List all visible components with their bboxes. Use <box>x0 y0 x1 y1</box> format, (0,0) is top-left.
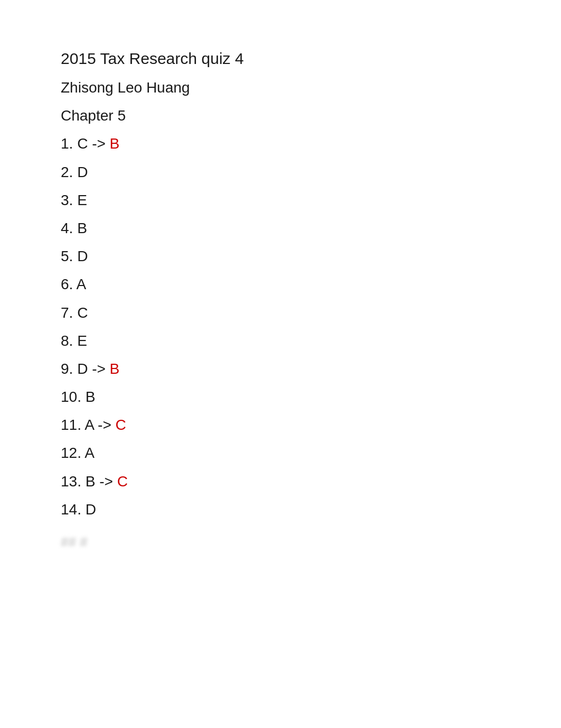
answer-12-text: 12. A <box>61 445 95 461</box>
answer-14: 14. D <box>61 499 561 520</box>
answer-6-text: 6. A <box>61 276 86 292</box>
answer-11-correction: C <box>116 417 126 433</box>
answer-13-number: 13. B -> <box>61 473 117 490</box>
document-author: Zhisong Leo Huang <box>61 77 561 98</box>
answer-1-number: 1. C -> <box>61 135 110 152</box>
answer-1-correction: B <box>110 135 120 152</box>
answer-2-text: 2. D <box>61 164 88 180</box>
answer-8-text: 8. E <box>61 333 87 349</box>
document-title: 2015 Tax Research quiz 4 <box>61 48 561 70</box>
answer-10: 10. B <box>61 386 561 407</box>
answer-11-number: 11. A -> <box>61 417 116 433</box>
answer-9-correction: B <box>110 361 120 377</box>
answer-13: 13. B -> C <box>61 471 561 492</box>
document-chapter: Chapter 5 <box>61 105 561 126</box>
answer-3: 3. E <box>61 190 561 210</box>
answer-7: 7. C <box>61 302 561 323</box>
answer-11: 11. A -> C <box>61 414 561 435</box>
answer-3-text: 3. E <box>61 192 87 208</box>
answer-6: 6. A <box>61 274 561 294</box>
answer-10-text: 10. B <box>61 389 95 405</box>
answer-9-number: 9. D -> <box>61 361 110 377</box>
footer-blurred: ## # <box>61 527 561 552</box>
answer-4: 4. B <box>61 218 561 238</box>
answer-5: 5. D <box>61 246 561 266</box>
answer-12: 12. A <box>61 443 561 463</box>
answer-2: 2. D <box>61 162 561 182</box>
document-container: 2015 Tax Research quiz 4 Zhisong Leo Hua… <box>61 48 561 552</box>
answer-8: 8. E <box>61 330 561 351</box>
answer-9: 9. D -> B <box>61 358 561 379</box>
answer-1: 1. C -> B <box>61 133 561 154</box>
answer-14-text: 14. D <box>61 501 96 518</box>
answer-5-text: 5. D <box>61 248 88 264</box>
answer-4-text: 4. B <box>61 220 87 236</box>
answer-7-text: 7. C <box>61 305 88 321</box>
answer-13-correction: C <box>117 473 128 490</box>
